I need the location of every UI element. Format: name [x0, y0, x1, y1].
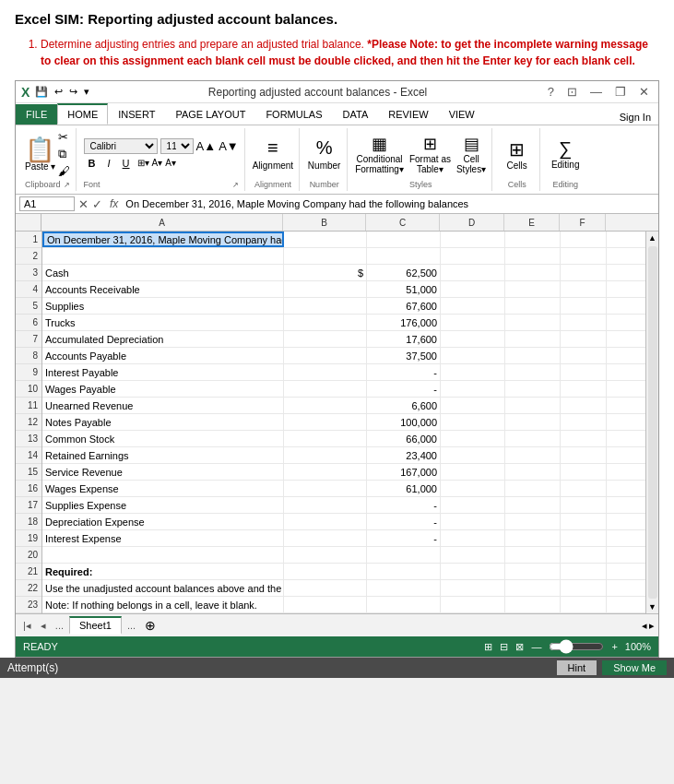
list-item[interactable]	[441, 497, 505, 513]
list-item[interactable]	[561, 381, 607, 397]
list-item[interactable]	[561, 564, 607, 579]
list-item[interactable]	[505, 464, 561, 480]
paste-icon[interactable]: 📋	[25, 137, 54, 161]
conditional-formatting-btn[interactable]: ▦ Conditional Formatting▾	[355, 134, 404, 174]
row-num-8[interactable]: 8	[16, 348, 41, 364]
list-item[interactable]: Depreciation Expense	[42, 514, 284, 529]
list-item[interactable]: Accumulated Depreciation	[42, 331, 284, 347]
list-item[interactable]	[367, 248, 441, 264]
row-num-4[interactable]: 4	[16, 281, 41, 298]
tab-file[interactable]: FILE	[16, 104, 57, 125]
list-item[interactable]: Cash	[42, 265, 284, 280]
list-item[interactable]	[441, 232, 505, 247]
list-item[interactable]	[441, 447, 505, 463]
list-item[interactable]: 61,000	[367, 481, 441, 496]
list-item[interactable]	[441, 364, 505, 380]
list-item[interactable]	[441, 315, 505, 330]
row-num-14[interactable]: 14	[16, 447, 41, 464]
row-num-13[interactable]: 13	[16, 431, 41, 447]
list-item[interactable]: 6,600	[367, 398, 441, 413]
list-item[interactable]	[505, 530, 561, 546]
cancel-formula-icon[interactable]: ✕	[78, 197, 89, 211]
list-item[interactable]	[505, 381, 561, 397]
list-item[interactable]: Retained Earnings	[42, 447, 284, 463]
font-name-select[interactable]: Calibri	[84, 138, 158, 154]
list-item[interactable]	[284, 580, 367, 596]
list-item[interactable]	[505, 580, 561, 596]
list-item[interactable]	[284, 447, 367, 463]
list-item[interactable]: Accounts Receivable	[42, 281, 284, 297]
col-header-f[interactable]: F	[560, 214, 606, 231]
list-item[interactable]	[561, 348, 607, 363]
list-item[interactable]	[561, 481, 607, 496]
list-item[interactable]	[561, 414, 607, 430]
add-sheet-icon[interactable]: ⊕	[141, 617, 160, 634]
list-item[interactable]	[441, 331, 505, 347]
list-item[interactable]: On December 31, 2016, Maple Moving Compa…	[42, 232, 284, 247]
list-item[interactable]: Service Revenue	[42, 464, 284, 480]
row-num-6[interactable]: 6	[16, 315, 41, 331]
list-item[interactable]: Accounts Payable	[42, 348, 284, 363]
list-item[interactable]	[441, 298, 505, 314]
quick-access-dropdown-icon[interactable]: ▾	[82, 85, 91, 99]
cell-reference-input[interactable]	[19, 196, 75, 211]
sheet-tab-sheet1[interactable]: Sheet1	[69, 616, 122, 635]
list-item[interactable]	[367, 547, 441, 563]
fill-color-icon[interactable]: A▾	[152, 158, 163, 168]
tab-page-layout[interactable]: PAGE LAYOUT	[165, 104, 255, 125]
list-item[interactable]	[505, 398, 561, 413]
list-item[interactable]	[367, 580, 441, 596]
sign-in-button[interactable]: Sign In	[612, 110, 658, 125]
list-item[interactable]: Wages Expense	[42, 481, 284, 496]
scroll-up-icon[interactable]: ▲	[646, 232, 658, 244]
list-item[interactable]	[561, 248, 607, 264]
font-launcher-icon[interactable]: ↗	[232, 181, 239, 189]
clipboard-launcher-icon[interactable]: ↗	[64, 181, 70, 189]
list-item[interactable]	[561, 298, 607, 314]
alignment-icon[interactable]: ≡	[267, 137, 278, 159]
col-header-d[interactable]: D	[440, 214, 504, 231]
list-item[interactable]	[284, 248, 367, 264]
list-item[interactable]	[505, 364, 561, 380]
list-item[interactable]	[441, 414, 505, 430]
list-item[interactable]	[505, 265, 561, 280]
cells-btn[interactable]: ⊞ Cells	[507, 138, 527, 171]
tab-data[interactable]: DATA	[333, 104, 379, 125]
list-item[interactable]: Interest Expense	[42, 530, 284, 546]
minimize-icon[interactable]: —	[586, 84, 606, 100]
list-item[interactable]	[284, 530, 367, 546]
list-item[interactable]	[505, 232, 561, 247]
list-item[interactable]	[561, 315, 607, 330]
row-num-17[interactable]: 17	[16, 497, 41, 514]
paste-dropdown-icon[interactable]: ▾	[51, 161, 55, 172]
list-item[interactable]: -	[367, 530, 441, 546]
col-header-e[interactable]: E	[504, 214, 560, 231]
list-item[interactable]	[284, 331, 367, 347]
list-item[interactable]: -	[367, 381, 441, 397]
list-item[interactable]: Interest Payable	[42, 364, 284, 380]
list-item[interactable]	[441, 265, 505, 280]
list-item[interactable]	[284, 547, 367, 563]
close-icon[interactable]: ✕	[635, 84, 653, 100]
row-num-15[interactable]: 15	[16, 464, 41, 481]
list-item[interactable]	[505, 248, 561, 264]
list-item[interactable]: 100,000	[367, 414, 441, 430]
list-item[interactable]	[441, 564, 505, 579]
zoom-slider[interactable]	[549, 639, 604, 654]
list-item[interactable]: 176,000	[367, 315, 441, 330]
scroll-left-icon[interactable]: ◂	[642, 620, 647, 632]
list-item[interactable]	[441, 514, 505, 529]
copy-icon[interactable]: ⧉	[58, 147, 70, 161]
number-icon[interactable]: %	[316, 137, 333, 159]
list-item[interactable]: Note: If nothing belongs in a cell, leav…	[42, 597, 284, 612]
confirm-formula-icon[interactable]: ✓	[92, 197, 102, 211]
underline-button[interactable]: U	[118, 156, 135, 171]
list-item[interactable]	[561, 597, 607, 612]
list-item[interactable]: Unearned Revenue	[42, 398, 284, 413]
view-page-icon[interactable]: ⊠	[515, 641, 524, 653]
tab-insert[interactable]: INSERT	[108, 104, 165, 125]
cell-styles-btn[interactable]: ▤ Cell Styles▾	[456, 134, 486, 174]
list-item[interactable]	[561, 398, 607, 413]
list-item[interactable]	[505, 431, 561, 446]
list-item[interactable]	[505, 597, 561, 612]
